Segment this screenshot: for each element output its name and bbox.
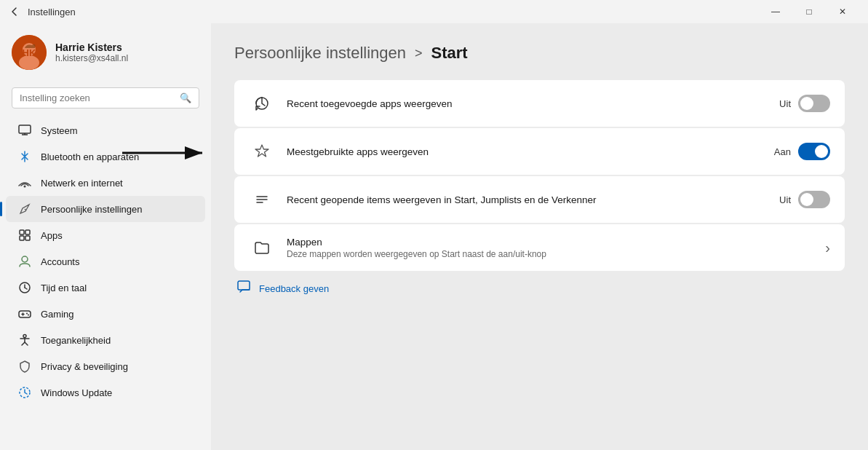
mappen-right: › xyxy=(825,240,830,256)
mappen-icon xyxy=(249,240,275,256)
meest-gebruikt-text: Meestgebruikte apps weergeven xyxy=(287,146,774,157)
breadcrumb-chevron: > xyxy=(415,46,423,61)
sidebar-item-label-gaming: Gaming xyxy=(41,309,74,320)
main-container: HK Harrie Kisters h.kisters@xs4all.nl 🔍 … xyxy=(0,23,868,450)
maximize-button[interactable]: □ xyxy=(792,0,826,23)
netwerk-icon xyxy=(17,175,32,190)
svg-rect-9 xyxy=(20,230,24,234)
meest-gebruikt-label: Meestgebruikte apps weergeven xyxy=(287,146,774,157)
sidebar-item-systeem[interactable]: Systeem xyxy=(6,117,205,143)
svg-point-20 xyxy=(26,313,28,315)
sidebar-item-label-netwerk: Netwerk en internet xyxy=(41,178,123,189)
sidebar-item-persoonlijk[interactable]: Persoonlijke instellingen xyxy=(6,196,205,222)
mappen-chevron-icon: › xyxy=(825,240,830,256)
user-profile[interactable]: HK Harrie Kisters h.kisters@xs4all.nl xyxy=(0,23,211,82)
bluetooth-icon xyxy=(17,149,32,164)
avatar: HK xyxy=(12,35,47,70)
back-button[interactable] xyxy=(9,6,20,17)
search-box: 🔍 xyxy=(12,87,199,108)
recent-apps-toggle[interactable] xyxy=(798,95,830,112)
feedback-icon xyxy=(237,280,252,298)
svg-rect-11 xyxy=(20,236,24,240)
settings-card-meest-gebruikt[interactable]: Meestgebruikte apps weergevenAan xyxy=(234,128,845,175)
meest-gebruikt-toggle[interactable] xyxy=(798,143,830,160)
window-controls: — □ ✕ xyxy=(759,0,859,23)
sidebar-item-netwerk[interactable]: Netwerk en internet xyxy=(6,170,205,196)
svg-line-8 xyxy=(25,209,26,210)
close-button[interactable]: ✕ xyxy=(826,0,859,23)
feedback-label: Feedback geven xyxy=(259,283,329,294)
svg-rect-4 xyxy=(19,125,31,133)
user-name: Harrie Kisters xyxy=(55,42,128,53)
recent-items-toggle-label: Uit xyxy=(779,194,791,205)
page-header: Persoonlijke instellingen > Start xyxy=(234,44,845,63)
content-area: Persoonlijke instellingen > Start Recent… xyxy=(211,23,868,450)
svg-point-21 xyxy=(28,315,29,316)
settings-list: Recent toegevoegde apps weergevenUitMees… xyxy=(234,80,845,271)
search-container: 🔍 xyxy=(0,82,211,114)
settings-card-mappen[interactable]: MappenDeze mappen worden weergegeven op … xyxy=(234,224,845,271)
sidebar-item-label-systeem: Systeem xyxy=(41,125,78,136)
breadcrumb: Persoonlijke instellingen xyxy=(234,44,406,63)
systeem-icon xyxy=(17,123,32,138)
svg-line-16 xyxy=(25,288,27,289)
recent-items-icon xyxy=(249,192,275,208)
svg-rect-32 xyxy=(238,281,250,290)
mappen-label: Mappen xyxy=(287,237,825,248)
toegankelijkheid-icon xyxy=(17,333,32,347)
recent-items-right: Uit xyxy=(779,191,830,208)
sidebar-item-apps[interactable]: Apps xyxy=(6,222,205,248)
svg-text:HK: HK xyxy=(23,47,36,58)
apps-icon xyxy=(17,228,32,242)
privacy-icon xyxy=(17,359,32,374)
settings-card-recent-apps[interactable]: Recent toegevoegde apps weergevenUit xyxy=(234,80,845,127)
sidebar-item-privacy[interactable]: Privacy & beveiliging xyxy=(6,353,205,379)
sidebar-item-bluetooth[interactable]: Bluetooth en apparaten xyxy=(6,143,205,170)
sidebar-item-label-windows-update: Windows Update xyxy=(41,387,112,398)
sidebar-item-windows-update[interactable]: Windows Update xyxy=(6,379,205,406)
tijd-icon xyxy=(17,280,32,295)
nav-list: SysteemBluetooth en apparatenNetwerk en … xyxy=(0,117,211,406)
svg-rect-10 xyxy=(25,230,30,234)
sidebar-item-label-privacy: Privacy & beveiliging xyxy=(41,361,128,372)
feedback-link[interactable]: Feedback geven xyxy=(234,271,845,307)
persoonlijk-icon xyxy=(17,202,32,216)
svg-line-25 xyxy=(22,342,25,345)
meest-gebruikt-icon xyxy=(249,143,275,159)
svg-line-26 xyxy=(25,342,28,345)
recent-apps-toggle-label: Uit xyxy=(779,98,791,109)
mappen-sublabel: Deze mappen worden weergegeven op Start … xyxy=(287,249,825,259)
recent-apps-right: Uit xyxy=(779,95,830,112)
settings-card-recent-items[interactable]: Recent geopende items weergeven in Start… xyxy=(234,176,845,223)
search-input[interactable] xyxy=(20,92,174,103)
windows-update-icon xyxy=(17,385,32,400)
titlebar: Instellingen — □ ✕ xyxy=(0,0,868,23)
recent-apps-icon xyxy=(249,95,275,111)
search-icon: 🔍 xyxy=(180,92,191,103)
meest-gebruikt-right: Aan xyxy=(774,143,830,160)
sidebar-item-gaming[interactable]: Gaming xyxy=(6,301,205,327)
sidebar-item-tijd[interactable]: Tijd en taal xyxy=(6,275,205,301)
sidebar-item-label-tijd: Tijd en taal xyxy=(41,283,87,293)
sidebar-item-accounts[interactable]: Accounts xyxy=(6,248,205,275)
user-info: Harrie Kisters h.kisters@xs4all.nl xyxy=(55,42,128,63)
sidebar-item-toegankelijkheid[interactable]: Toegankelijkheid xyxy=(6,327,205,353)
recent-items-text: Recent geopende items weergeven in Start… xyxy=(287,194,779,205)
sidebar-item-label-apps: Apps xyxy=(41,230,63,241)
recent-items-label: Recent geopende items weergeven in Start… xyxy=(287,194,779,205)
user-email: h.kisters@xs4all.nl xyxy=(55,53,128,63)
sidebar-item-label-toegankelijkheid: Toegankelijkheid xyxy=(41,335,111,346)
recent-items-toggle[interactable] xyxy=(798,191,830,208)
sidebar-item-label-persoonlijk: Persoonlijke instellingen xyxy=(41,204,142,215)
svg-point-13 xyxy=(22,256,28,262)
accounts-icon xyxy=(17,254,32,269)
svg-point-7 xyxy=(24,186,26,188)
sidebar-item-label-accounts: Accounts xyxy=(41,256,79,267)
svg-rect-12 xyxy=(25,236,30,240)
minimize-button[interactable]: — xyxy=(759,0,792,23)
gaming-icon xyxy=(17,307,32,321)
page-title: Start xyxy=(431,44,468,63)
window-title: Instellingen xyxy=(28,7,759,17)
svg-rect-17 xyxy=(19,311,31,317)
mappen-text: MappenDeze mappen worden weergegeven op … xyxy=(287,237,825,259)
